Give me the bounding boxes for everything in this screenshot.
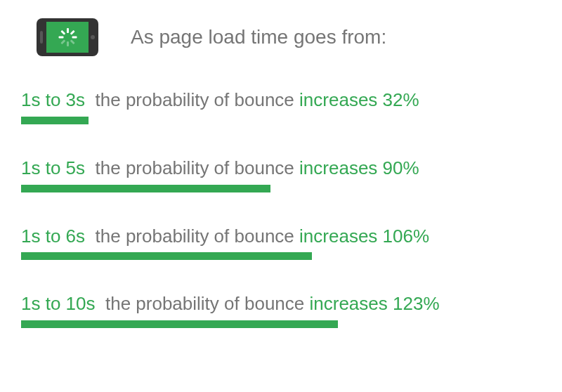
data-row: 1s to 5s the probability of bounce incre… (21, 157, 541, 192)
time-range: 1s to 5s (21, 157, 85, 178)
data-row: 1s to 3s the probability of bounce incre… (21, 89, 541, 124)
bar-fill (21, 117, 89, 124)
phone-loading-icon (37, 18, 98, 56)
time-range: 1s to 3s (21, 89, 85, 110)
header: As page load time goes from: (21, 18, 541, 56)
data-rows: 1s to 3s the probability of bounce incre… (21, 89, 541, 328)
increase-value: increases 106% (299, 226, 429, 247)
row-text: 1s to 5s the probability of bounce incre… (21, 157, 541, 181)
bar-fill (21, 185, 270, 192)
row-text: 1s to 10s the probability of bounce incr… (21, 292, 541, 316)
increase-value: increases 90% (299, 157, 419, 178)
increase-value: increases 32% (299, 89, 419, 110)
bar-track (21, 320, 541, 328)
row-mid: the probability of bounce (96, 89, 294, 110)
increase-value: increases 123% (310, 293, 440, 314)
row-mid: the probability of bounce (105, 293, 304, 314)
data-row: 1s to 10s the probability of bounce incr… (21, 292, 541, 328)
bar-fill (21, 252, 312, 260)
row-mid: the probability of bounce (96, 226, 294, 247)
row-text: 1s to 6s the probability of bounce incre… (21, 225, 541, 249)
time-range: 1s to 10s (21, 293, 96, 314)
spinner-icon (58, 28, 77, 46)
data-row: 1s to 6s the probability of bounce incre… (21, 225, 541, 261)
bar-track (21, 117, 541, 124)
bar-fill (21, 320, 338, 328)
row-text: 1s to 3s the probability of bounce incre… (21, 89, 541, 112)
page-title: As page load time goes from: (131, 26, 386, 48)
bar-track (21, 185, 541, 192)
row-mid: the probability of bounce (96, 157, 294, 178)
time-range: 1s to 6s (21, 226, 85, 247)
bar-track (21, 252, 541, 260)
